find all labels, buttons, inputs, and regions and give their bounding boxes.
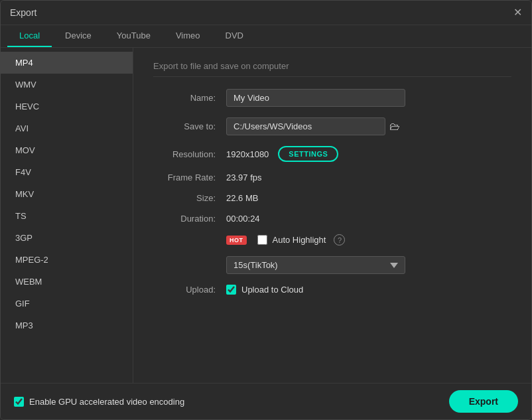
size-value: 22.6 MB: [226, 193, 258, 203]
resolution-row: Resolution: 1920x1080 SETTINGS: [153, 146, 511, 162]
auto-highlight-checkbox[interactable]: [257, 235, 267, 245]
auto-highlight-text: Auto Highlight: [273, 235, 326, 245]
gpu-checkbox[interactable]: [14, 397, 24, 407]
sidebar-item-mp3[interactable]: MP3: [1, 315, 133, 336]
resolution-value-row: 1920x1080 SETTINGS: [226, 146, 338, 162]
frame-rate-value: 23.97 fps: [226, 173, 262, 182]
sidebar-item-f4v[interactable]: F4V: [1, 161, 133, 183]
sidebar-item-mkv[interactable]: MKV: [1, 183, 133, 205]
tab-vimeo[interactable]: Vimeo: [164, 25, 212, 47]
name-row: Name:: [153, 89, 511, 107]
main-panel: Export to file and save on computer Name…: [133, 48, 531, 383]
path-input[interactable]: [226, 117, 385, 135]
auto-highlight-checkbox-row: HOT Auto Highlight ?: [226, 234, 345, 245]
resolution-label: Resolution:: [153, 149, 226, 159]
sidebar-item-wmv[interactable]: WMV: [1, 74, 133, 96]
sidebar-item-mp4[interactable]: MP4: [1, 52, 133, 74]
sidebar-item-3gp[interactable]: 3GP: [1, 227, 133, 249]
window-title: Export: [10, 7, 36, 18]
sidebar-item-ts[interactable]: TS: [1, 205, 133, 227]
frame-rate-label: Frame Rate:: [153, 173, 226, 182]
sidebar-item-gif[interactable]: GIF: [1, 293, 133, 315]
tiktok-row: 15s(TikTok) 30s 60s: [153, 256, 511, 274]
sidebar-item-mpeg2[interactable]: MPEG-2: [1, 249, 133, 271]
name-input[interactable]: [226, 89, 405, 107]
size-label: Size:: [153, 193, 226, 203]
duration-value: 00:00:24: [226, 214, 260, 224]
duration-row: Duration: 00:00:24: [153, 214, 511, 224]
name-label: Name:: [153, 93, 226, 103]
resolution-value: 1920x1080: [226, 149, 269, 159]
sidebar-item-webm[interactable]: WEBM: [1, 271, 133, 293]
tab-device[interactable]: Device: [53, 25, 103, 47]
upload-row: Upload: Upload to Cloud: [153, 285, 511, 295]
auto-highlight-row: HOT Auto Highlight ?: [153, 234, 511, 245]
save-to-label: Save to:: [153, 121, 226, 131]
content-area: MP4 WMV HEVC AVI MOV F4V MKV TS 3GP MPEG…: [1, 48, 531, 383]
tab-youtube[interactable]: YouTube: [105, 25, 163, 47]
upload-checkbox-row: Upload to Cloud: [226, 285, 303, 295]
tab-dvd[interactable]: DVD: [214, 25, 255, 47]
sidebar-item-hevc[interactable]: HEVC: [1, 96, 133, 117]
size-row: Size: 22.6 MB: [153, 193, 511, 203]
frame-rate-row: Frame Rate: 23.97 fps: [153, 173, 511, 182]
gpu-label: Enable GPU accelerated video encoding: [29, 397, 184, 407]
folder-icon[interactable]: 🗁: [389, 121, 400, 133]
hot-badge: HOT: [226, 236, 247, 245]
path-row: 🗁: [226, 117, 400, 135]
title-bar: Export ✕: [1, 1, 531, 25]
upload-to-cloud-checkbox[interactable]: [226, 285, 236, 295]
section-title: Export to file and save on computer: [153, 61, 511, 77]
duration-label: Duration:: [153, 214, 226, 224]
sidebar-item-mov[interactable]: MOV: [1, 139, 133, 161]
export-window: Export ✕ Local Device YouTube Vimeo DVD …: [0, 0, 532, 420]
save-to-row: Save to: 🗁: [153, 117, 511, 135]
sidebar-item-avi[interactable]: AVI: [1, 117, 133, 139]
upload-label: Upload:: [153, 285, 226, 295]
bottom-bar: Enable GPU accelerated video encoding Ex…: [1, 383, 531, 419]
settings-button[interactable]: SETTINGS: [278, 146, 338, 162]
export-button[interactable]: Export: [449, 390, 518, 413]
help-icon[interactable]: ?: [334, 234, 345, 245]
tab-local[interactable]: Local: [7, 25, 52, 47]
tab-bar: Local Device YouTube Vimeo DVD: [1, 25, 531, 48]
format-sidebar: MP4 WMV HEVC AVI MOV F4V MKV TS 3GP MPEG…: [1, 48, 133, 383]
gpu-checkbox-row: Enable GPU accelerated video encoding: [14, 397, 184, 407]
tiktok-dropdown[interactable]: 15s(TikTok) 30s 60s: [226, 256, 405, 274]
close-button[interactable]: ✕: [513, 7, 522, 18]
upload-to-cloud-text: Upload to Cloud: [241, 285, 303, 295]
